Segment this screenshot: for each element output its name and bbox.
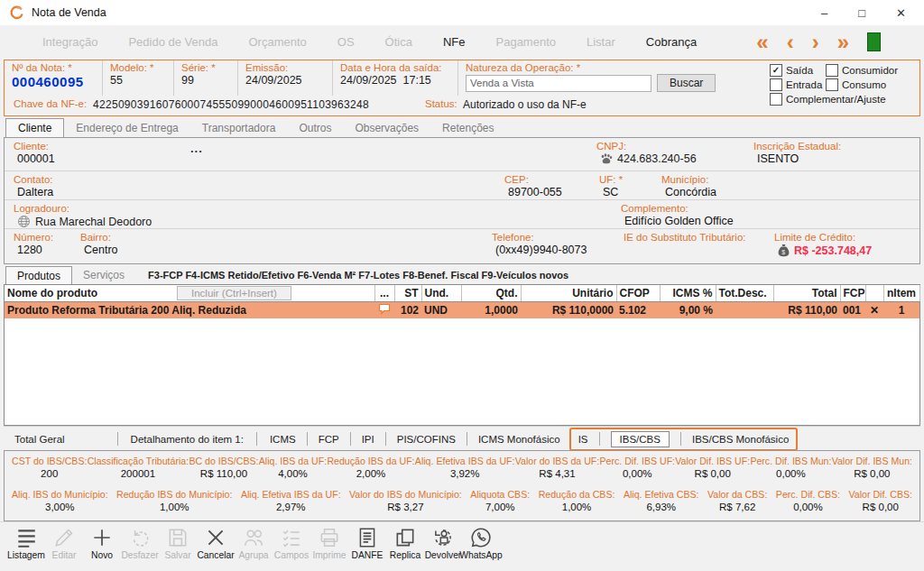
buscar-button[interactable]: Buscar [657, 74, 716, 92]
municipio-value[interactable]: Concórdia [661, 186, 716, 198]
col-nitem: nItem [883, 285, 919, 302]
bairro-value[interactable]: Centro [80, 244, 118, 256]
unitario-cell[interactable]: R$ 110,0000 [521, 302, 616, 319]
tab-ibs-cbs[interactable]: IBS/CBS [611, 431, 670, 447]
fcp-cell[interactable]: 001 [840, 302, 865, 319]
product-row[interactable]: Produto Reforma Tributária 200 Aliq. Red… [5, 302, 919, 319]
menu-item-nfe[interactable]: NFe [428, 35, 481, 49]
tab-observacoes[interactable]: Observações [343, 119, 430, 137]
product-name-cell[interactable]: Produto Reforma Tributária 200 Aliq. Red… [5, 302, 374, 319]
whatsapp-button[interactable]: WhatsApp [462, 526, 500, 560]
inscricao-estadual-value[interactable]: ISENTO [753, 152, 841, 165]
totdesc-cell[interactable] [716, 302, 773, 319]
emissao-value[interactable]: 24/09/2025 [245, 74, 325, 87]
editar-button[interactable]: Editar [45, 526, 83, 560]
menu-item-cobranca[interactable]: Cobrança [631, 35, 712, 49]
tab-ibs-cbs-monofasico[interactable]: IBS/CBS Monofásico [692, 434, 789, 445]
menu-item-pagamento[interactable]: Pagamento [481, 35, 572, 49]
last-record-icon[interactable]: » [837, 33, 849, 51]
remove-item-icon[interactable]: ✕ [865, 302, 883, 319]
tab-transportadora[interactable]: Transportadora [190, 119, 288, 137]
novo-button[interactable]: Novo [83, 526, 121, 560]
tab-is[interactable]: IS [578, 434, 588, 445]
next-record-icon[interactable]: › [812, 33, 819, 51]
desfazer-button[interactable]: Desfazer [121, 526, 159, 560]
saida-time-value[interactable]: 17:15 [403, 74, 431, 87]
cliente-value[interactable]: 000001 [14, 152, 55, 165]
contato-value[interactable]: Daltera [14, 186, 53, 198]
listagem-button[interactable]: Listagem [7, 526, 45, 560]
tab-produtos[interactable]: Produtos [5, 266, 72, 285]
cep-field: CEP: 89700-055 [504, 174, 562, 198]
complemento-value[interactable]: Edifício Golden Office [621, 215, 734, 227]
tab-ipi[interactable]: IPI [362, 434, 374, 445]
saida-checkbox[interactable] [770, 64, 782, 77]
menu-item-orcamento[interactable]: Orçamento [233, 35, 321, 49]
cliente-field: Cliente: 000001 [14, 141, 55, 165]
municipio-field: Município: Concórdia [661, 174, 716, 198]
comment-cell[interactable] [374, 302, 394, 319]
first-record-icon[interactable]: « [756, 33, 768, 51]
telefone-value[interactable]: (0xx49)9940-8073 [492, 244, 587, 256]
menu-item-pedido-de-venda[interactable]: Pedido de Venda [113, 35, 233, 49]
tab-outros[interactable]: Outros [287, 119, 343, 137]
limite-credito-field: Limite de Crédito: $ R$ -253.748,47 [774, 232, 872, 257]
previous-record-icon[interactable]: ‹ [787, 33, 794, 51]
menu-item-otica[interactable]: Ótica [370, 35, 428, 49]
natureza-input[interactable] [466, 75, 651, 92]
tab-cliente[interactable]: Cliente [5, 118, 64, 137]
und-cell[interactable]: UND [421, 302, 461, 319]
tab-endereco-de-entrega[interactable]: Endereço de Entrega [64, 119, 189, 137]
comment-icon [378, 303, 391, 315]
agrupa-button[interactable]: Agrupa [235, 526, 273, 560]
saida-date-value[interactable]: 24/09/2025 [340, 74, 397, 87]
minimize-button[interactable]: – [821, 6, 827, 20]
consumo-checkbox[interactable] [826, 78, 838, 91]
danfe-button[interactable]: DANFE [348, 526, 386, 560]
consumidor-checkbox[interactable] [826, 64, 838, 77]
col-unitario: Unitário [521, 285, 616, 302]
cfop-cell[interactable]: 5.102 [616, 302, 660, 319]
total-cell[interactable]: R$ 110,00 [773, 302, 840, 319]
tab-retencoes[interactable]: Retenções [430, 119, 505, 137]
modelo-value[interactable]: 55 [110, 74, 166, 87]
tab-icms-monofasico[interactable]: ICMS Monofásico [478, 434, 560, 445]
chave-value: 4225090391607600074555099000460095110396… [93, 98, 369, 111]
tab-icms[interactable]: ICMS [270, 434, 296, 445]
menu-item-os[interactable]: OS [322, 35, 370, 49]
tab-servicos[interactable]: Serviços [72, 266, 135, 284]
aliq-efetiva-ibs-municipio-field: Aliq. Efetiva IBS da UF:2,97% [241, 489, 341, 512]
logradouro-value[interactable]: Rua Marechal Deodoro [35, 216, 152, 228]
maximize-button[interactable]: □ [858, 6, 865, 20]
cnpj-value[interactable]: 424.683.240-56 [617, 152, 697, 165]
tab-pis-cofins[interactable]: PIS/COFINS [397, 434, 456, 445]
tab-total-geral[interactable]: Total Geral [14, 434, 65, 445]
cancelar-button[interactable]: Cancelar [197, 526, 235, 560]
salvar-button[interactable]: Salvar [159, 526, 197, 560]
replica-button[interactable]: Replica [386, 526, 424, 560]
menu-item-integracao[interactable]: Integração [27, 35, 113, 49]
st-cell[interactable]: 102 [394, 302, 421, 319]
numero-value[interactable]: 1280 [14, 244, 53, 256]
client-panel: Cliente: 000001 ... CNPJ: 424.683.240-56… [4, 137, 920, 264]
devolver-button[interactable]: Devolver [424, 526, 462, 560]
serie-value[interactable]: 99 [181, 74, 230, 87]
campos-button[interactable]: Campos [273, 526, 310, 560]
complemento-field: Complemento: Edifício Golden Office [621, 203, 734, 227]
uf-value[interactable]: SC [599, 186, 623, 198]
tab-fcp[interactable]: FCP [319, 434, 339, 445]
col-nome-do-produto: Nome do produto Incluir (Ctrl+Insert) [5, 285, 374, 302]
close-button[interactable]: ✕ [896, 6, 906, 20]
nitem-cell[interactable]: 1 [883, 302, 919, 319]
menu-item-listar[interactable]: Listar [571, 35, 631, 49]
qtd-cell[interactable]: 1,0000 [461, 302, 521, 319]
perc-dif-ibs-mun-field: Perc. Dif. IBS Mun:0,00% [750, 456, 831, 479]
emissao-field: Emissão: 24/09/2025 [238, 60, 333, 96]
cliente-lookup-button[interactable]: ... [190, 142, 203, 155]
nota-value[interactable]: 000460095 [12, 74, 95, 89]
incluir-button[interactable]: Incluir (Ctrl+Insert) [177, 286, 291, 300]
imprime-button[interactable]: Imprime [310, 526, 348, 560]
icms-cell[interactable]: 9,00 % [660, 302, 716, 319]
entrada-checkbox[interactable] [770, 78, 782, 91]
cep-value[interactable]: 89700-055 [504, 186, 562, 198]
